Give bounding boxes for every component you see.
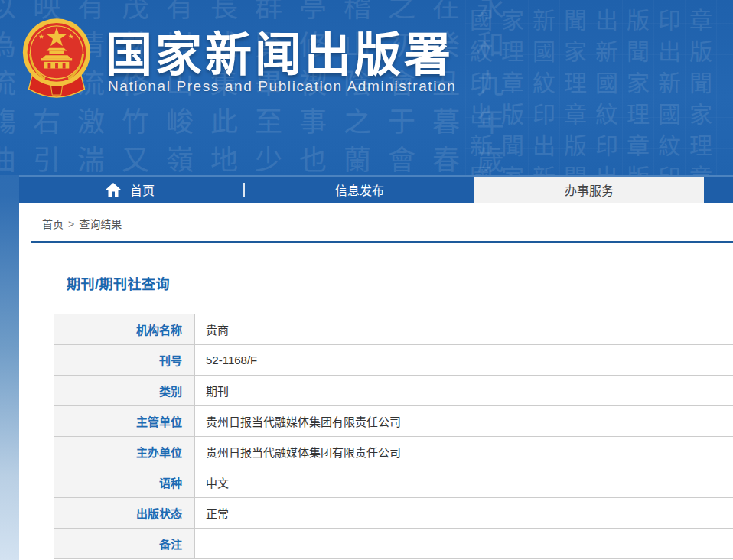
row-label: 机构名称 <box>54 314 195 345</box>
row-label: 语种 <box>54 467 195 498</box>
nav-item-services-active-tab[interactable]: 办事服务 <box>474 177 704 203</box>
table-row: 语种 中文 <box>54 467 733 498</box>
national-emblem-logo[interactable] <box>20 15 93 104</box>
row-value: 贵州日报当代融媒体集团有限责任公司 <box>195 437 733 467</box>
site-header: 永和九年歲在癸丑暮春之初會于會稽山陰之蘭亭修禊事也群賢畢至少長咸集此地有崇山峻嶺… <box>0 0 733 175</box>
national-emblem-icon <box>20 15 93 104</box>
row-label: 出版状态 <box>54 498 195 529</box>
breadcrumb-home-link[interactable]: 首页 <box>42 218 64 230</box>
row-value: 中文 <box>195 467 733 498</box>
row-value: 52-1168/F <box>195 345 733 376</box>
main-nav: 首页 信息发布 办事服务 <box>19 175 733 203</box>
breadcrumb-divider-line <box>31 241 733 243</box>
query-result-table: 机构名称 贵商 刊号 52-1168/F 类别 期刊 主管单位 贵州日报当代融媒… <box>54 314 733 559</box>
site-title: 国家新闻出版署 <box>106 17 454 85</box>
home-icon <box>106 183 121 197</box>
header-watermark-seal-grid: 國家新聞出版印章紋理國家新聞出版印章紋理國家新聞出版印章紋理國家新聞出版印章紋理… <box>465 0 733 175</box>
row-label: 类别 <box>54 376 195 406</box>
table-row: 类别 期刊 <box>54 376 733 406</box>
row-value: 正常 <box>195 498 733 529</box>
nav-item-info-release-label: 信息发布 <box>335 181 384 199</box>
table-row: 主办单位 贵州日报当代融媒体集团有限责任公司 <box>54 437 733 467</box>
row-value: 贵商 <box>195 314 733 345</box>
row-label: 主办单位 <box>54 437 195 467</box>
nav-item-services-label: 办事服务 <box>565 181 614 199</box>
nav-divider <box>243 183 245 197</box>
content-panel: 首页>查询结果 期刊/期刊社查询 机构名称 贵商 刊号 52-1168/F 类别… <box>19 203 733 560</box>
table-row: 刊号 52-1168/F <box>54 345 733 376</box>
nav-item-info-release[interactable]: 信息发布 <box>314 177 406 203</box>
row-label: 刊号 <box>54 345 195 376</box>
breadcrumb: 首页>查询结果 <box>19 203 733 231</box>
row-value <box>195 529 733 559</box>
page-title: 期刊/期刊社查询 <box>67 273 733 293</box>
table-row: 机构名称 贵商 <box>54 314 733 345</box>
table-row: 备注 <box>54 529 733 559</box>
row-label: 主管单位 <box>54 406 195 437</box>
row-value: 期刊 <box>195 376 733 406</box>
row-label: 备注 <box>54 529 195 559</box>
nav-item-home-label: 首页 <box>130 181 155 199</box>
row-value: 贵州日报当代融媒体集团有限责任公司 <box>195 406 733 437</box>
table-row: 主管单位 贵州日报当代融媒体集团有限责任公司 <box>54 406 733 437</box>
table-row: 出版状态 正常 <box>54 498 733 529</box>
breadcrumb-separator: > <box>68 218 74 230</box>
breadcrumb-current: 查询结果 <box>79 218 122 230</box>
nav-item-home[interactable]: 首页 <box>106 177 155 203</box>
site-subtitle: National Press and Publication Administr… <box>108 78 456 95</box>
